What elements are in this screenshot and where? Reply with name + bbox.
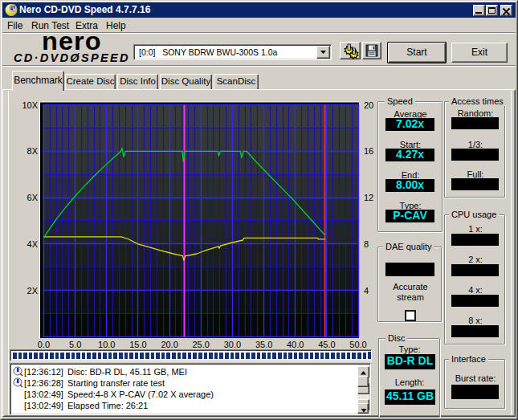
svg-text:8X: 8X xyxy=(27,146,39,156)
svg-text:15.0: 15.0 xyxy=(129,340,146,349)
svg-text:8: 8 xyxy=(364,239,369,249)
svg-text:10.0: 10.0 xyxy=(98,340,115,349)
svg-text:4: 4 xyxy=(364,286,369,296)
svg-text:45.0: 45.0 xyxy=(318,340,335,349)
svg-text:10X: 10X xyxy=(22,100,38,110)
svg-text:40.0: 40.0 xyxy=(287,340,304,349)
svg-text:6X: 6X xyxy=(27,193,39,202)
svg-text:35.0: 35.0 xyxy=(255,340,272,349)
svg-text:0.0: 0.0 xyxy=(38,340,50,349)
svg-text:20.0: 20.0 xyxy=(161,340,177,349)
svg-text:30.0: 30.0 xyxy=(224,340,241,349)
svg-text:25.0: 25.0 xyxy=(192,340,209,349)
svg-text:5.0: 5.0 xyxy=(69,340,81,349)
svg-text:20: 20 xyxy=(364,100,373,110)
svg-text:4X: 4X xyxy=(27,239,39,249)
svg-text:50.0: 50.0 xyxy=(349,340,366,349)
svg-text:2X: 2X xyxy=(27,286,39,296)
